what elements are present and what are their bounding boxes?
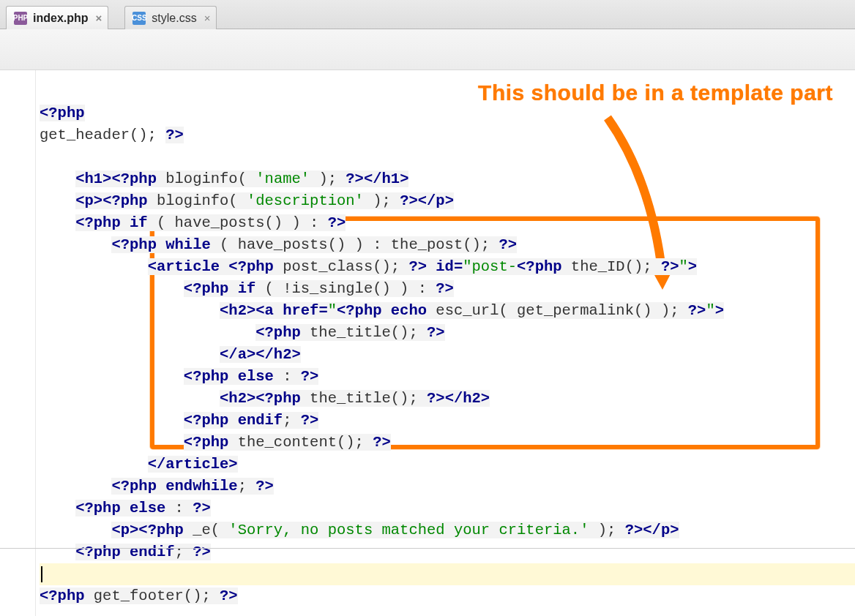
code-token: >	[688, 258, 697, 275]
code-editor[interactable]: This should be in a template part <?php …	[0, 70, 855, 616]
code-token: ?>	[400, 192, 418, 209]
tab-style-css[interactable]: CSS style.css ×	[124, 6, 217, 29]
toolbar-spacer	[0, 29, 855, 70]
code-token: );	[364, 192, 400, 209]
code-indent	[40, 478, 111, 495]
code-indent	[40, 258, 148, 275]
code-token: bloginfo(	[157, 170, 255, 187]
code-indent	[40, 390, 220, 407]
code-token: ?>	[193, 544, 211, 560]
code-token: <?php	[255, 390, 301, 407]
code-token: <?php	[40, 105, 85, 121]
code-indent	[40, 236, 111, 253]
code-token: <?php else	[75, 500, 165, 517]
code-token: "	[706, 302, 714, 319]
source-code[interactable]: <?php get_header(); ?> <h1><?php bloginf…	[40, 80, 855, 616]
code-token: <?php else	[184, 368, 274, 385]
code-token: esc_url( get_permalink() );	[427, 302, 688, 319]
code-token: ?>	[301, 412, 319, 429]
code-token: <?php	[111, 170, 157, 187]
close-icon[interactable]: ×	[204, 12, 211, 24]
tab-label: style.css	[152, 12, 196, 25]
code-token: get_header();	[40, 127, 165, 143]
code-token: <p>	[75, 192, 102, 209]
code-token: <?php	[102, 192, 148, 209]
code-token: <p>	[111, 522, 138, 538]
code-token: <?php	[517, 258, 562, 275]
code-indent	[40, 500, 75, 517]
code-token: ?>	[193, 500, 211, 517]
code-token: ;	[283, 412, 301, 429]
code-token: ?>	[625, 522, 643, 538]
tab-label: index.php	[33, 12, 89, 25]
code-token: ;	[238, 478, 256, 495]
code-token: </h2>	[445, 390, 490, 407]
code-token: ?>	[499, 236, 517, 253]
close-icon[interactable]: ×	[96, 12, 102, 24]
code-token: "	[328, 302, 337, 319]
code-token: </p>	[643, 522, 679, 538]
code-token: post_class();	[274, 258, 409, 275]
code-token: <?php echo	[337, 302, 427, 319]
code-token: ?>	[427, 390, 445, 407]
code-indent	[40, 192, 75, 209]
code-token: </article>	[148, 456, 238, 473]
section-divider	[0, 548, 855, 549]
code-token: >	[715, 302, 724, 319]
code-indent	[40, 434, 184, 451]
code-token: <h1>	[75, 170, 111, 187]
code-token: <?php endif	[184, 412, 283, 429]
code-indent	[40, 522, 111, 538]
code-token: <?php	[138, 522, 184, 538]
code-token: :	[165, 500, 193, 517]
code-token: "post-	[463, 258, 517, 275]
code-token: ?>	[688, 302, 706, 319]
code-token: <a href=	[255, 302, 327, 319]
code-token: ( !is_single() ) :	[255, 280, 436, 297]
code-token: the_content();	[228, 434, 373, 451]
code-indent	[40, 324, 255, 341]
code-token: <?php if	[75, 214, 147, 231]
code-token: ( have_posts() ) :	[148, 214, 328, 231]
code-indent	[40, 214, 75, 231]
code-token: :	[274, 368, 301, 385]
code-token: <?php	[228, 258, 274, 275]
code-token: id=	[427, 258, 463, 275]
code-token: ?>	[220, 587, 238, 604]
current-line-highlight	[40, 563, 855, 585]
code-token: );	[589, 522, 624, 538]
code-token: <article	[148, 258, 229, 275]
code-token: ?>	[346, 170, 364, 187]
code-token: ?>	[427, 324, 445, 341]
code-token: </h2>	[255, 346, 301, 363]
code-token: <?php	[40, 587, 85, 604]
php-file-icon: PHP	[14, 12, 27, 25]
tab-index-php[interactable]: PHP index.php ×	[6, 6, 108, 29]
code-token: _e(	[184, 522, 229, 538]
code-token: ?>	[165, 127, 184, 143]
code-token: <?php if	[184, 280, 255, 297]
code-token: bloginfo(	[148, 192, 247, 209]
code-token: <h2>	[220, 390, 255, 407]
code-indent	[40, 302, 220, 319]
code-indent	[40, 412, 184, 429]
code-token: ?>	[255, 478, 274, 495]
code-token: ?>	[373, 434, 391, 451]
code-token: 'Sorry, no posts matched your criteria.'	[228, 522, 589, 538]
code-token: <?php	[184, 434, 229, 451]
text-cursor	[41, 566, 42, 582]
code-token: ?>	[436, 280, 454, 297]
code-token: ?>	[661, 258, 679, 275]
code-token: the_title();	[301, 324, 427, 341]
code-token: <h2>	[220, 302, 255, 319]
code-token: );	[310, 170, 346, 187]
css-file-icon: CSS	[132, 12, 146, 25]
code-token: </a>	[220, 346, 255, 363]
code-token: 'name'	[255, 170, 310, 187]
code-indent	[40, 544, 75, 560]
code-token: the_ID();	[562, 258, 661, 275]
gutter-divider	[35, 70, 36, 616]
code-token: <?php endwhile	[111, 478, 237, 495]
code-token: 'description'	[247, 192, 364, 209]
code-token: ?>	[301, 368, 319, 385]
